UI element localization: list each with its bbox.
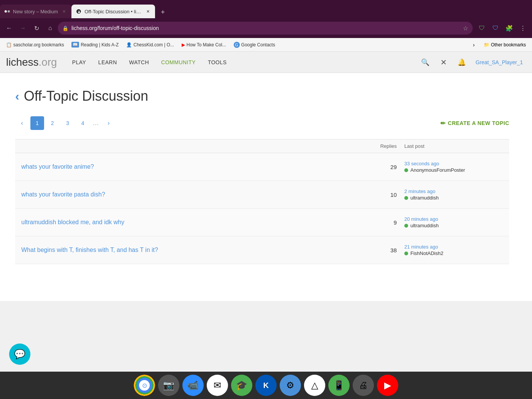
close-search-button[interactable]: ✕ [436,55,451,70]
lastpost-user-1: AnonymousForumPoster [404,167,503,173]
google-contacts-icon: G [234,42,240,48]
address-bar[interactable]: 🔒 lichess.org/forum/off-topic-discussion… [58,22,473,35]
page-ellipsis: … [91,120,100,127]
page-4-button[interactable]: 4 [76,116,90,130]
taskbar-zoom[interactable]: 📹 [182,375,204,396]
topic-lastpost-4: 21 minutes ago FishNotADish2 [404,244,503,256]
bookmark-google-contacts[interactable]: G Google Contacts [231,41,278,49]
topic-replies-2: 10 [359,192,404,198]
site-logo[interactable]: lichess.org [6,56,57,68]
phone-icon: 📱 [333,380,345,391]
nav-learn[interactable]: LEARN [92,52,123,73]
topic-row: What begins with T, finishes with T, and… [15,236,509,264]
lastpost-time-1[interactable]: 33 seconds ago [404,161,503,166]
nav-play[interactable]: PLAY [66,52,92,73]
page-title: Off-Topic Discussion [24,88,148,104]
tab-medium-title: New story – Medium [13,9,58,14]
browser-actions: 🛡 🛡 🧩 ⋮ [476,22,529,34]
floating-chat-button[interactable]: 💬 [9,344,30,365]
topic-row: whats your favorite pasta dish? 10 2 min… [15,181,509,209]
home-button[interactable]: ⌂ [44,22,56,34]
tab-lichess[interactable]: ♟ Off-Topic Discussion • lichess... ✕ [71,5,155,18]
topic-link-1[interactable]: whats your favorite anime? [21,163,359,170]
username-link[interactable]: Great_SA_Player_1 [472,59,526,65]
taskbar-klack[interactable]: K [255,375,277,396]
user-online-dot-3 [404,224,408,228]
taskbar-classroom[interactable]: 🎓 [231,375,252,396]
prev-page-button[interactable]: ‹ [15,116,29,130]
taskbar-phone[interactable]: 📱 [328,375,350,396]
next-page-button[interactable]: › [102,116,116,130]
camera-icon: 📷 [163,380,174,391]
extensions-icon[interactable]: 🧩 [503,22,515,34]
taskbar-gmail[interactable]: ✉ [207,375,228,396]
taskbar-drive[interactable]: △ [304,375,325,396]
pagination-left: ‹ 1 2 3 4 … › [15,116,116,130]
nav-community[interactable]: COMMUNITY [155,52,202,73]
page-1-button[interactable]: 1 [30,116,44,130]
refresh-button[interactable]: ↻ [30,22,43,34]
notification-bell[interactable]: 🔔 [454,55,469,70]
classroom-icon: 🎓 [236,380,247,391]
taskbar-chrome[interactable]: ⊙ [134,375,155,396]
tab-bar: New story – Medium ✕ ♟ Off-Topic Discuss… [0,0,532,18]
bookmarks-bar: 📋 sascholar.org bookmarks 📖 Reading | Ki… [0,38,532,52]
drive-icon: △ [311,380,318,391]
bookmarks-more-button[interactable]: › [469,40,479,50]
url-text: lichess.org/forum/off-topic-discussion [71,25,460,31]
bookmark-reading[interactable]: 📖 Reading | Kids A-Z [68,41,122,49]
page-3-button[interactable]: 3 [61,116,74,130]
medium-dot-1 [5,10,7,13]
youtube-icon: ▶ [384,380,391,391]
other-bookmarks-button[interactable]: 📁 Other bookmarks [481,41,529,49]
taskbar-camera[interactable]: 📷 [158,375,179,396]
lastpost-time-4[interactable]: 21 minutes ago [404,244,503,250]
gmail-icon: ✉ [214,380,221,391]
forward-button[interactable]: → [17,22,29,34]
bookmark-sascholar[interactable]: 📋 sascholar.org bookmarks [3,41,67,49]
topic-lastpost-2: 2 minutes ago ultramuddish [404,188,503,201]
tab-lichess-close[interactable]: ✕ [146,8,151,14]
klack-icon: K [263,381,269,390]
lichess-favicon: ♟ [76,8,81,14]
topic-link-4[interactable]: What begins with T, finishes with T, and… [21,247,359,253]
topic-link-2[interactable]: whats your favorite pasta dish? [21,191,359,198]
topic-replies-3: 9 [359,219,404,226]
tab-medium-close[interactable]: ✕ [61,8,67,14]
taskbar-youtube[interactable]: ▶ [377,375,398,396]
new-tab-button[interactable]: + [157,6,169,18]
create-topic-button[interactable]: ✏ CREATE A NEW TOPIC [440,120,509,127]
google-contacts-label: Google Contacts [241,42,275,48]
bookmark-chesskid[interactable]: 👤 ChessKid.com | O... [123,41,177,49]
zoom-icon: 📹 [187,380,199,391]
page-2-button[interactable]: 2 [46,116,59,130]
nav-watch[interactable]: WATCH [123,52,155,73]
nav-items: PLAY LEARN WATCH COMMUNITY TOOLS [66,52,233,73]
reading-icon: 📖 [71,42,79,48]
howto-icon: ▶ [182,42,185,48]
medium-dot-2 [8,10,10,13]
site-nav: lichess.org PLAY LEARN WATCH COMMUNITY T… [0,52,532,73]
chesskid-icon: 👤 [126,42,132,48]
lastpost-time-2[interactable]: 2 minutes ago [404,188,503,194]
taskbar-settings[interactable]: ⚙ [280,375,301,396]
search-button[interactable]: 🔍 [418,55,433,70]
tab-lichess-title: Off-Topic Discussion • lichess... [84,9,142,14]
menu-button[interactable]: ⋮ [517,22,529,34]
tab-medium[interactable]: New story – Medium ✕ [0,5,71,18]
lastpost-username-3: ultramuddish [410,223,439,228]
other-bookmarks-label: Other bookmarks [491,42,526,48]
taskbar-print[interactable]: 🖨 [353,375,374,396]
lastpost-user-2: ultramuddish [404,195,503,201]
back-button[interactable]: ← [3,22,15,34]
back-chevron[interactable]: ‹ [15,89,19,103]
lock-icon: 🔒 [62,25,68,31]
bookmark-star-icon[interactable]: ☆ [463,25,468,32]
shield-icon-green[interactable]: 🛡 [476,22,488,34]
nav-tools[interactable]: TOOLS [202,52,233,73]
topic-link-3[interactable]: ultramuddish blocked me, and idk why [21,219,359,226]
howto-label: How To Make Col... [187,42,226,48]
shield-icon-blue[interactable]: 🛡 [489,22,502,34]
lastpost-time-3[interactable]: 20 minutes ago [404,216,503,222]
bookmark-howto[interactable]: ▶ How To Make Col... [179,41,229,49]
